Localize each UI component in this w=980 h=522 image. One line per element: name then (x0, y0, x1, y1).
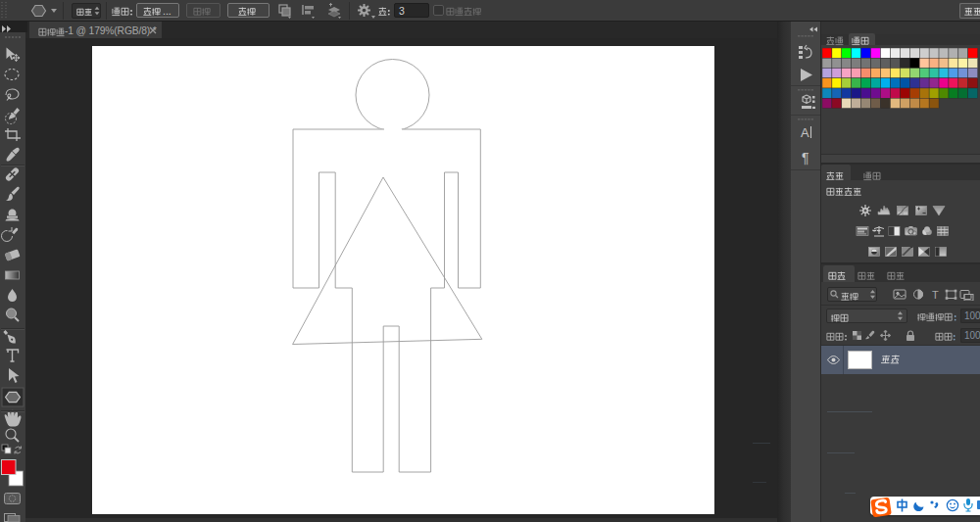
svg-text:T: T (932, 289, 939, 301)
svg-text:A: A (801, 125, 809, 140)
svg-text:¶: ¶ (802, 150, 809, 166)
